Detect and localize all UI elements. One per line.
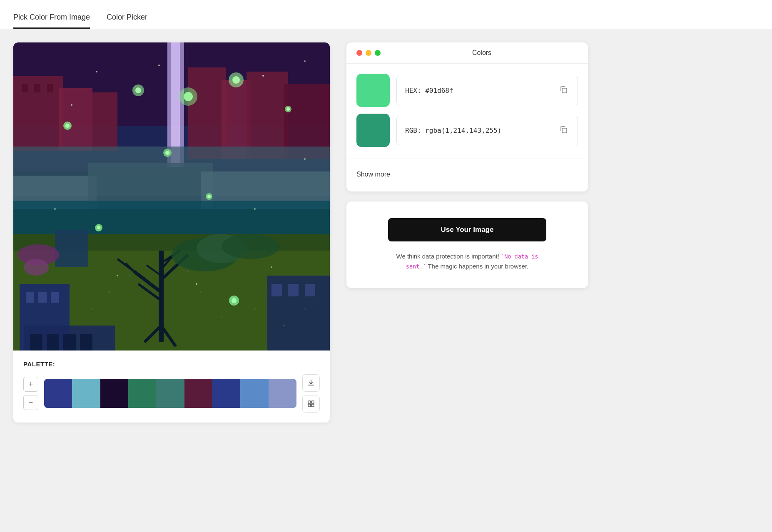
svg-rect-9 <box>188 67 226 159</box>
main-content: PALETTE: + − <box>0 29 772 436</box>
palette-actions <box>302 374 320 413</box>
svg-point-64 <box>232 298 237 303</box>
top-nav: Pick Color From Image Color Picker <box>0 0 772 29</box>
palette-download-btn[interactable] <box>302 374 320 392</box>
svg-point-70 <box>304 60 306 62</box>
show-more-button[interactable]: Show more <box>356 167 390 181</box>
hex-value-text: HEX: #01d68f <box>405 87 453 94</box>
left-panel: PALETTE: + − <box>13 42 330 423</box>
use-image-button[interactable]: Use Your Image <box>388 218 546 241</box>
right-panel: Colors HEX: #01d68f <box>346 42 588 288</box>
image-display[interactable] <box>13 42 330 351</box>
svg-rect-82 <box>305 284 315 296</box>
svg-point-50 <box>232 76 240 84</box>
palette-swatch-7[interactable] <box>212 379 240 408</box>
svg-rect-39 <box>38 292 47 303</box>
svg-rect-15 <box>34 84 40 92</box>
svg-rect-8 <box>59 88 92 151</box>
svg-point-91 <box>92 308 93 310</box>
svg-point-93 <box>254 308 256 310</box>
colors-card-footer: Show more <box>346 161 588 191</box>
svg-rect-16 <box>47 84 53 92</box>
palette-copy-btn[interactable] <box>302 395 320 413</box>
svg-rect-43 <box>47 334 59 351</box>
svg-rect-98 <box>311 404 314 407</box>
svg-point-60 <box>207 195 211 198</box>
window-dots <box>356 50 381 56</box>
svg-rect-100 <box>562 128 567 133</box>
svg-point-52 <box>184 92 193 101</box>
svg-point-72 <box>304 158 306 160</box>
colors-card-title: Colors <box>386 49 578 57</box>
svg-rect-80 <box>271 284 282 296</box>
tab-color-picker[interactable]: Color Picker <box>107 13 147 29</box>
palette-swatch-2[interactable] <box>72 379 100 408</box>
data-protection-text: We think data protection is important! `… <box>392 251 542 271</box>
svg-point-54 <box>135 87 141 93</box>
svg-point-87 <box>142 283 143 285</box>
svg-rect-13 <box>92 92 117 151</box>
description-plain1: We think data protection is important! <box>396 253 501 260</box>
svg-point-92 <box>221 316 222 318</box>
hex-value-box: HEX: #01d68f <box>396 76 578 105</box>
window-dot-yellow <box>366 50 371 56</box>
palette-colors <box>44 379 296 408</box>
svg-point-86 <box>129 275 131 276</box>
svg-point-73 <box>254 208 256 210</box>
svg-point-89 <box>200 291 202 293</box>
palette-label: PALETTE: <box>23 360 320 368</box>
rgb-value-box: RGB: rgba(1,214,143,255) <box>396 116 578 145</box>
svg-rect-44 <box>63 334 76 351</box>
palette-swatch-5[interactable] <box>156 379 184 408</box>
colors-card-body: HEX: #01d68f RGB: rgba(1,214,143,255) <box>346 64 588 157</box>
palette-swatch-3[interactable] <box>100 379 128 408</box>
svg-point-62 <box>97 226 100 229</box>
svg-point-71 <box>71 104 72 106</box>
hex-color-row: HEX: #01d68f <box>356 74 578 107</box>
copy-grid-icon <box>307 400 315 408</box>
svg-point-69 <box>262 75 264 77</box>
palette-add-btn[interactable]: + <box>23 377 38 392</box>
svg-rect-40 <box>51 292 59 303</box>
palette-controls: + − <box>23 377 38 410</box>
use-image-card: Use Your Image We think data protection … <box>346 201 588 288</box>
palette-swatch-6[interactable] <box>184 379 212 408</box>
svg-rect-38 <box>26 292 34 303</box>
rgb-copy-button[interactable] <box>558 124 569 137</box>
palette-row: + − <box>23 374 320 413</box>
colors-card-header: Colors <box>346 42 588 64</box>
download-icon <box>307 379 315 387</box>
window-dot-red <box>356 50 362 56</box>
svg-rect-99 <box>562 88 567 93</box>
svg-rect-42 <box>30 334 42 351</box>
svg-rect-46 <box>55 230 88 267</box>
palette-swatch-1[interactable] <box>44 379 72 408</box>
svg-point-77 <box>271 266 272 268</box>
hex-copy-button[interactable] <box>558 84 569 97</box>
svg-rect-95 <box>308 401 311 403</box>
svg-rect-96 <box>311 401 314 403</box>
svg-rect-24 <box>13 201 330 234</box>
svg-point-88 <box>187 271 189 272</box>
rgb-color-row: RGB: rgba(1,214,143,255) <box>356 114 578 147</box>
rgb-value-text: RGB: rgba(1,214,143,255) <box>405 127 501 134</box>
svg-point-66 <box>286 107 290 111</box>
svg-point-58 <box>165 151 169 155</box>
rgb-swatch <box>356 114 390 147</box>
description-plain2: The magic happens in your browser. <box>426 263 529 270</box>
hex-swatch <box>356 74 390 107</box>
window-dot-green <box>375 50 381 56</box>
tab-pick-color[interactable]: Pick Color From Image <box>13 13 90 29</box>
palette-swatch-4[interactable] <box>128 379 156 408</box>
svg-point-48 <box>24 259 49 276</box>
svg-point-85 <box>222 234 280 259</box>
palette-remove-btn[interactable]: − <box>23 395 38 410</box>
palette-swatch-9[interactable] <box>269 379 296 408</box>
svg-point-94 <box>283 325 285 326</box>
svg-rect-97 <box>308 404 311 407</box>
svg-point-56 <box>65 124 70 128</box>
palette-swatch-8[interactable] <box>240 379 268 408</box>
svg-point-74 <box>54 208 56 210</box>
svg-rect-81 <box>288 284 299 296</box>
svg-point-76 <box>196 283 197 285</box>
